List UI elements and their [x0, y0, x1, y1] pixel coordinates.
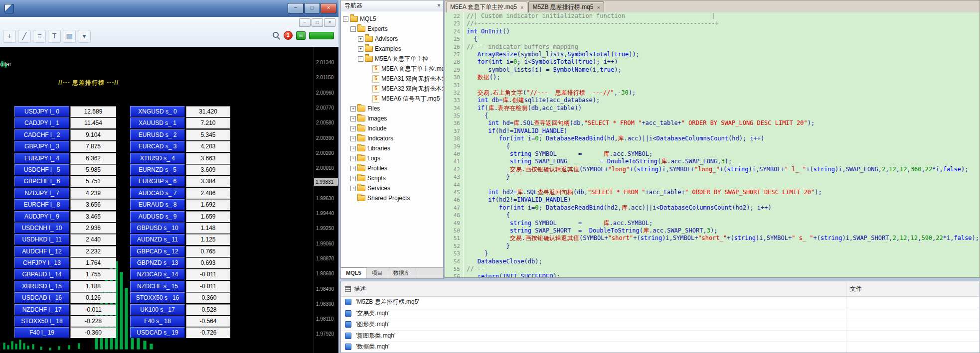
tree-item[interactable]: +Images — [341, 114, 443, 123]
swap-value-field[interactable]: 1.148 — [186, 223, 230, 234]
tree-item[interactable]: +Logs — [341, 153, 443, 163]
swap-value-field[interactable]: 2.486 — [186, 188, 230, 199]
symbol-button[interactable]: GBPJPY l_ 3 — [14, 141, 69, 152]
expand-toggle-icon[interactable]: − — [350, 26, 356, 32]
symbol-button[interactable]: USDJPY l_ 0 — [14, 106, 69, 117]
swap-value-field[interactable]: -0.011 — [186, 269, 230, 280]
tree-item[interactable]: +Advisors — [341, 34, 443, 44]
symbol-button[interactable]: UK100 s_ 17 — [130, 304, 185, 315]
tree-item[interactable]: +Indicators — [341, 133, 443, 143]
editor-tab-1[interactable]: M5ZB 息差排行榜.mq5× — [528, 1, 604, 12]
toolbox-row[interactable]: '新图形类.mqh' — [341, 331, 980, 342]
navigator-tab-0[interactable]: MQL5 — [341, 267, 367, 278]
symbol-button[interactable]: GBPUSD s_ 10 — [130, 223, 185, 234]
symbol-button[interactable]: USDCHF l_ 5 — [14, 164, 69, 175]
chart-canvas[interactable]: ollar //--- 息差排行榜 ---// USDJPY l_ 012.58… — [0, 47, 338, 353]
swap-value-field[interactable]: 12.589 — [70, 106, 116, 117]
tree-item[interactable]: +Files — [341, 104, 443, 114]
expand-toggle-icon[interactable]: + — [350, 126, 356, 131]
swap-value-field[interactable]: -0.011 — [186, 281, 230, 292]
swap-value-field[interactable]: -0.360 — [70, 327, 116, 338]
code-area[interactable]: 22//| Custom indicator initialization fu… — [445, 12, 980, 277]
symbol-button[interactable]: EURCAD s_ 3 — [130, 141, 185, 152]
tree-item[interactable]: 5M5EA 套息下单主控.mq — [341, 64, 443, 74]
tree-item[interactable]: 5M5EA6 信号马丁.mq5 — [341, 94, 443, 104]
toolbox-row[interactable]: 'M5ZB 息差排行榜.mq5' — [341, 297, 980, 308]
symbol-button[interactable]: F40 s_ 18 — [130, 316, 185, 327]
symbol-button[interactable]: XTIUSD s_ 4 — [130, 153, 185, 164]
swap-value-field[interactable]: 1.764 — [70, 257, 116, 268]
tree-item[interactable]: Shared Projects — [341, 193, 443, 203]
swap-value-field[interactable]: 0.693 — [186, 257, 230, 268]
symbol-button[interactable]: NZDCHF l_ 17 — [14, 304, 69, 315]
symbol-button[interactable]: EURJPY l_ 4 — [14, 153, 69, 164]
symbol-button[interactable]: XBRUSD l_ 15 — [14, 281, 69, 292]
tree-item[interactable]: +Examples — [341, 44, 443, 54]
symbol-button[interactable]: F40 l_ 19 — [14, 327, 69, 338]
maximize-button[interactable]: □ — [304, 3, 320, 13]
symbol-button[interactable]: AUDCHF l_ 12 — [14, 246, 69, 257]
toolbox-row[interactable]: '数据类.mqh' — [341, 342, 980, 353]
swap-value-field[interactable]: 1.659 — [186, 211, 230, 222]
tree-item[interactable]: −M5EA 套息下单主控 — [341, 54, 443, 64]
swap-value-field[interactable]: 2.936 — [70, 223, 116, 234]
crosshair-tool-icon[interactable]: + — [3, 30, 16, 43]
symbol-button[interactable]: STOXX50 l_ 18 — [14, 316, 69, 327]
swap-value-field[interactable]: -0.726 — [186, 327, 230, 338]
chart-minimize-button[interactable]: − — [299, 18, 311, 27]
symbol-button[interactable]: XAUUSD s_ 1 — [130, 118, 185, 128]
expand-toggle-icon[interactable]: + — [350, 116, 356, 121]
swap-value-field[interactable]: -0.528 — [186, 304, 230, 315]
swap-value-field[interactable]: 1.125 — [186, 234, 230, 245]
tree-item[interactable]: 5M5EA32 双向无折仓本池 — [341, 84, 443, 94]
tree-item[interactable]: −Experts — [341, 24, 443, 34]
symbol-button[interactable]: STOXX50 s_ 16 — [130, 292, 185, 303]
swap-value-field[interactable]: 4.203 — [186, 141, 230, 152]
tree-item[interactable]: −MQL5 — [341, 14, 443, 24]
close-icon[interactable]: × — [597, 4, 600, 10]
symbol-button[interactable]: NZDCAD s_ 14 — [130, 269, 185, 280]
tree-item[interactable]: +Services — [341, 183, 443, 193]
symbol-button[interactable]: AUDJPY l_ 9 — [14, 211, 69, 222]
navigator-tab-2[interactable]: 数据库 — [388, 268, 415, 278]
editor-tab-0[interactable]: M5EA 套息下单主控.mq5× — [446, 1, 527, 12]
swap-value-field[interactable]: 2.440 — [70, 234, 116, 245]
symbol-button[interactable]: NZDCHF s_ 15 — [130, 281, 185, 292]
search-icon[interactable] — [273, 32, 280, 39]
symbol-button[interactable]: CHFJPY l_ 13 — [14, 257, 69, 268]
swap-value-field[interactable]: 4.239 — [70, 188, 116, 199]
close-icon[interactable]: × — [437, 0, 441, 11]
expand-toggle-icon[interactable]: − — [358, 56, 363, 62]
swap-value-field[interactable]: -0.228 — [70, 316, 116, 327]
expand-toggle-icon[interactable]: + — [350, 166, 356, 171]
toolbox-row[interactable]: '图形类.mqh' — [341, 319, 980, 331]
swap-value-field[interactable]: 5.985 — [70, 164, 116, 175]
swap-value-field[interactable]: 5.751 — [70, 176, 116, 187]
swap-value-field[interactable]: 3.609 — [186, 164, 230, 175]
swap-value-field[interactable]: 9.104 — [70, 129, 116, 140]
close-icon[interactable]: × — [520, 4, 523, 10]
symbol-button[interactable]: AUDNZD s_ 11 — [130, 234, 185, 245]
swap-value-field[interactable]: 5.345 — [186, 129, 230, 140]
symbol-button[interactable]: XNGUSD s_ 0 — [130, 106, 185, 117]
tree-item[interactable]: +Include — [341, 123, 443, 133]
close-button[interactable]: × — [321, 3, 336, 13]
tools-dropdown-icon[interactable]: ▾ — [78, 30, 91, 43]
symbol-button[interactable]: EURNZD s_ 5 — [130, 164, 185, 175]
expand-toggle-icon[interactable]: + — [350, 146, 356, 151]
symbol-button[interactable]: EURAUD s_ 8 — [130, 199, 185, 210]
navigator-tab-1[interactable]: 项目 — [367, 268, 388, 278]
swap-value-field[interactable]: 11.454 — [70, 118, 116, 128]
swap-value-field[interactable]: 3.384 — [186, 176, 230, 187]
toolbox-row[interactable]: '交易类.mqh' — [341, 308, 980, 320]
swap-value-field[interactable]: 3.465 — [70, 211, 116, 222]
tree-item[interactable]: +Libraries — [341, 143, 443, 153]
swap-value-field[interactable]: -0.011 — [70, 304, 116, 315]
chart-restore-button[interactable]: □ — [312, 18, 323, 27]
symbol-button[interactable]: NZDJPY l_ 7 — [14, 188, 69, 199]
expand-toggle-icon[interactable]: + — [358, 36, 363, 42]
notification-badge[interactable]: 1 — [284, 31, 293, 40]
symbol-button[interactable]: USDHKD l_ 11 — [14, 234, 69, 245]
lines-tool-icon[interactable]: ≡ — [33, 30, 46, 43]
tree-item[interactable]: +Profiles — [341, 163, 443, 173]
